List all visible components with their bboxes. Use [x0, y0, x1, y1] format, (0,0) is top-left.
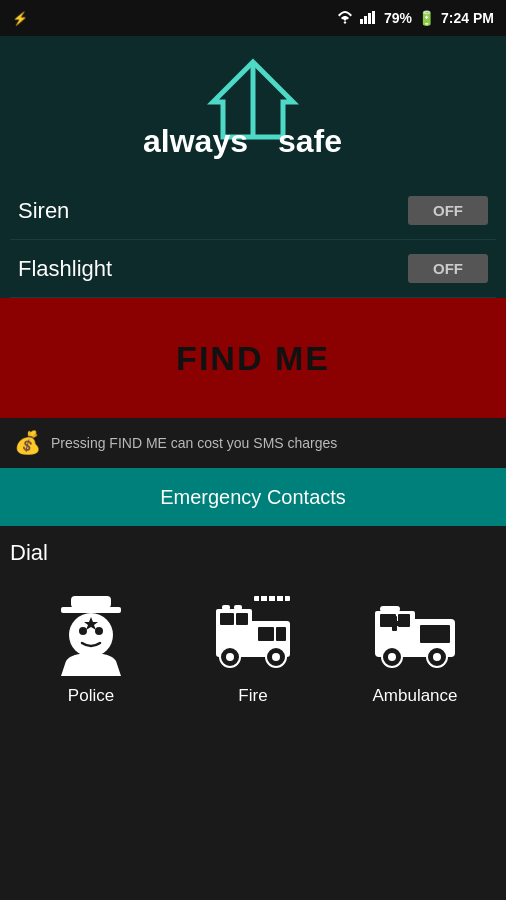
sms-icon: 💰 — [14, 430, 41, 456]
svg-point-41 — [433, 653, 441, 661]
wifi-icon — [336, 10, 354, 27]
signal-icon — [360, 10, 378, 27]
svg-rect-42 — [380, 606, 400, 612]
svg-rect-35 — [420, 625, 450, 643]
toggle-section: Siren OFF Flashlight OFF — [0, 182, 506, 298]
police-icon — [41, 588, 141, 678]
svg-text:safe: safe — [278, 123, 342, 159]
sms-text: Pressing FIND ME can cost you SMS charge… — [51, 435, 337, 451]
dial-ambulance[interactable]: Ambulance — [365, 588, 465, 706]
svg-point-28 — [272, 653, 280, 661]
svg-point-27 — [226, 653, 234, 661]
police-label: Police — [68, 686, 114, 706]
svg-rect-1 — [364, 16, 367, 24]
dial-label: Dial — [10, 540, 496, 566]
svg-rect-37 — [398, 614, 410, 627]
flashlight-row: Flashlight OFF — [10, 240, 496, 298]
bottom-area — [0, 716, 506, 900]
svg-point-11 — [79, 627, 87, 635]
logo-area: always safe — [0, 36, 506, 182]
svg-rect-23 — [258, 627, 274, 641]
dial-section: Dial Police — [0, 526, 506, 716]
siren-row: Siren OFF — [10, 182, 496, 240]
emergency-contacts-button[interactable]: Emergency Contacts — [0, 468, 506, 526]
svg-rect-22 — [236, 613, 248, 625]
svg-point-12 — [95, 627, 103, 635]
status-left: ⚡ — [12, 11, 28, 26]
find-me-button[interactable]: FIND ME — [0, 298, 506, 418]
ambulance-icon — [365, 588, 465, 678]
usb-icon: ⚡ — [12, 11, 28, 26]
find-me-label: FIND ME — [176, 339, 330, 378]
flashlight-toggle[interactable]: OFF — [408, 254, 488, 283]
status-bar: ⚡ 79% 🔋 7:24 PM — [0, 0, 506, 36]
svg-rect-8 — [71, 596, 111, 608]
svg-rect-29 — [222, 605, 230, 610]
svg-rect-36 — [380, 614, 396, 627]
time-text: 7:24 PM — [441, 10, 494, 26]
battery-icon: 🔋 — [418, 10, 435, 26]
logo-svg: always safe — [123, 52, 383, 162]
fire-icon — [203, 588, 303, 678]
dial-police[interactable]: Police — [41, 588, 141, 706]
svg-rect-24 — [276, 627, 286, 641]
svg-rect-21 — [220, 613, 234, 625]
svg-rect-2 — [368, 13, 371, 24]
svg-rect-30 — [234, 605, 242, 610]
svg-point-40 — [388, 653, 396, 661]
status-right: 79% 🔋 7:24 PM — [336, 10, 494, 27]
siren-label: Siren — [18, 198, 69, 224]
svg-rect-3 — [372, 11, 375, 24]
fire-label: Fire — [238, 686, 267, 706]
dial-fire[interactable]: Fire — [203, 588, 303, 706]
flashlight-label: Flashlight — [18, 256, 112, 282]
emergency-contacts-label: Emergency Contacts — [160, 486, 346, 509]
dial-icons: Police — [10, 578, 496, 716]
svg-rect-0 — [360, 19, 363, 24]
battery-text: 79% — [384, 10, 412, 26]
sms-notice: 💰 Pressing FIND ME can cost you SMS char… — [0, 418, 506, 468]
siren-toggle[interactable]: OFF — [408, 196, 488, 225]
svg-text:always: always — [143, 123, 248, 159]
svg-rect-9 — [61, 607, 121, 613]
ambulance-label: Ambulance — [372, 686, 457, 706]
